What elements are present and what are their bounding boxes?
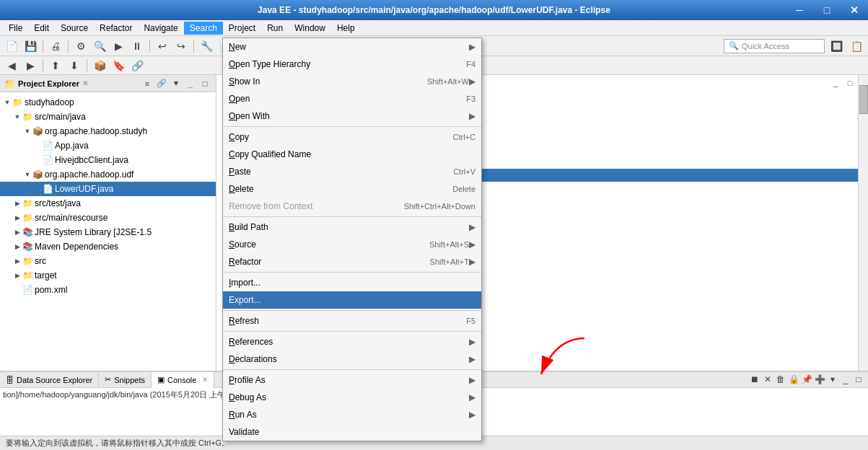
ctx-shortcut-refactor: Shift+Alt+T xyxy=(416,257,469,266)
ctx-label-remove-from-context: Remove from Context xyxy=(229,201,390,211)
ctx-label-copy: Copy xyxy=(229,132,439,142)
ctx-item-run-as[interactable]: Run As▶ xyxy=(223,406,481,423)
ctx-shortcut-refresh: F5 xyxy=(452,317,475,325)
ctx-label-export: Export... xyxy=(229,295,475,305)
ctx-arrow-references: ▶ xyxy=(469,337,475,347)
ctx-label-delete: Delete xyxy=(229,184,438,194)
ctx-label-new: New xyxy=(229,42,469,52)
ctx-arrow-refactor: ▶ xyxy=(469,257,475,267)
ctx-item-refresh[interactable]: RefreshF5 xyxy=(223,312,481,330)
ctx-item-new[interactable]: New▶ xyxy=(223,38,481,56)
ctx-label-profile-as: Profile As xyxy=(229,375,469,385)
ctx-arrow-run-as: ▶ xyxy=(469,410,475,420)
ctx-item-remove-from-context: Remove from ContextShift+Ctrl+Alt+Down xyxy=(223,198,481,215)
ctx-label-copy-qualified-name: Copy Qualified Name xyxy=(229,149,475,159)
ctx-label-declarations: Declarations xyxy=(229,354,469,364)
ctx-label-run-as: Run As xyxy=(229,410,469,420)
ctx-item-open-with[interactable]: Open With▶ xyxy=(223,107,481,125)
ctx-label-open: Open xyxy=(229,94,452,104)
ctx-item-build-path[interactable]: Build Path▶ xyxy=(223,219,481,236)
ctx-separator xyxy=(223,272,481,273)
ctx-separator xyxy=(223,310,481,311)
ctx-arrow-new: ▶ xyxy=(469,42,475,52)
ctx-label-import: Import... xyxy=(229,278,475,288)
ctx-arrow-open-with: ▶ xyxy=(469,111,475,121)
ctx-label-validate: Validate xyxy=(229,427,475,437)
ctx-item-copy[interactable]: CopyCtrl+C xyxy=(223,128,481,146)
ctx-arrow-declarations: ▶ xyxy=(469,354,475,364)
ctx-shortcut-paste: Ctrl+V xyxy=(439,167,475,176)
ctx-shortcut-source: Shift+Alt+S xyxy=(415,240,469,249)
ctx-label-paste: Paste xyxy=(229,167,439,177)
ctx-item-open-type-hierarchy[interactable]: Open Type HierarchyF4 xyxy=(223,56,481,73)
ctx-item-import[interactable]: Import... xyxy=(223,274,481,291)
ctx-shortcut-remove-from-context: Shift+Ctrl+Alt+Down xyxy=(390,202,475,211)
ctx-label-refresh: Refresh xyxy=(229,316,452,326)
ctx-item-validate[interactable]: Validate xyxy=(223,423,481,441)
ctx-separator xyxy=(223,331,481,332)
ctx-shortcut-delete: Delete xyxy=(438,185,475,193)
ctx-item-profile-as[interactable]: Profile As▶ xyxy=(223,371,481,389)
ctx-item-copy-qualified-name[interactable]: Copy Qualified Name xyxy=(223,146,481,163)
ctx-arrow-profile-as: ▶ xyxy=(469,375,475,385)
ctx-label-source: Source xyxy=(229,239,415,250)
ctx-shortcut-show-in: Shift+Alt+W xyxy=(413,77,469,86)
ctx-item-declarations[interactable]: Declarations▶ xyxy=(223,350,481,368)
ctx-label-show-in: Show In xyxy=(229,76,413,87)
ctx-item-export[interactable]: Export... xyxy=(223,291,481,309)
ctx-shortcut-open: F3 xyxy=(452,94,475,103)
ctx-item-references[interactable]: References▶ xyxy=(223,333,481,350)
ctx-label-build-path: Build Path xyxy=(229,222,469,232)
ctx-label-open-with: Open With xyxy=(229,111,469,121)
ctx-shortcut-open-type-hierarchy: F4 xyxy=(452,60,475,69)
ctx-label-references: References xyxy=(229,337,469,347)
ctx-arrow-debug-as: ▶ xyxy=(469,392,475,402)
ctx-arrow-show-in: ▶ xyxy=(469,76,475,87)
ctx-item-source[interactable]: SourceShift+Alt+S▶ xyxy=(223,236,481,253)
ctx-separator xyxy=(223,126,481,127)
ctx-label-debug-as: Debug As xyxy=(229,392,469,402)
ctx-label-refactor: Refactor xyxy=(229,257,416,267)
ctx-separator xyxy=(223,216,481,217)
ctx-item-show-in[interactable]: Show InShift+Alt+W▶ xyxy=(223,73,481,90)
context-menu: New▶Open Type HierarchyF4Show InShift+Al… xyxy=(222,38,482,441)
ctx-item-open[interactable]: OpenF3 xyxy=(223,90,481,107)
ctx-arrow-source: ▶ xyxy=(469,239,475,250)
ctx-item-paste[interactable]: PasteCtrl+V xyxy=(223,163,481,180)
ctx-separator xyxy=(223,369,481,370)
ctx-label-open-type-hierarchy: Open Type Hierarchy xyxy=(229,59,452,69)
ctx-shortcut-copy: Ctrl+C xyxy=(439,133,475,141)
context-menu-overlay[interactable]: New▶Open Type HierarchyF4Show InShift+Al… xyxy=(0,0,868,450)
ctx-item-delete[interactable]: DeleteDelete xyxy=(223,180,481,198)
ctx-item-debug-as[interactable]: Debug As▶ xyxy=(223,389,481,406)
ctx-item-refactor[interactable]: RefactorShift+Alt+T▶ xyxy=(223,253,481,270)
ctx-arrow-build-path: ▶ xyxy=(469,222,475,232)
